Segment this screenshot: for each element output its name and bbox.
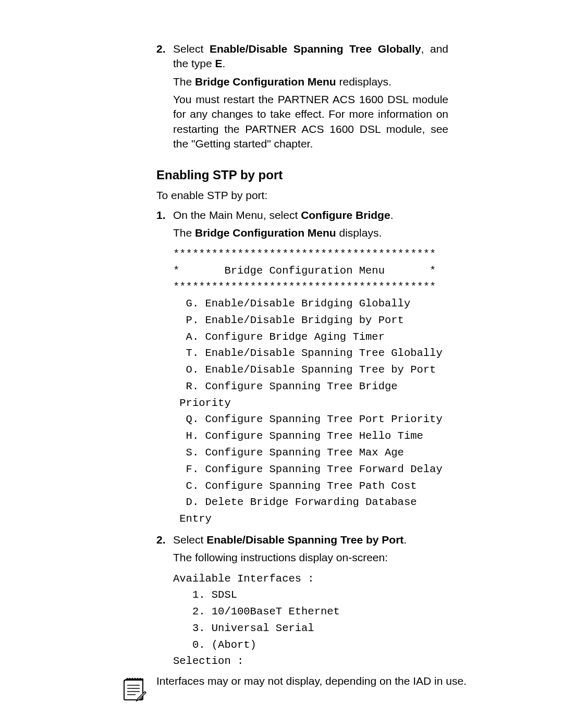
- svg-point-1: [127, 678, 128, 679]
- note-text: Interfaces may or may not display, depen…: [156, 675, 500, 687]
- step-body: Select Enable/Disable Spanning Tree Glob…: [173, 42, 448, 71]
- section-heading: Enabling STP by port: [156, 167, 448, 183]
- terminal-menu: ****************************************…: [173, 246, 448, 527]
- text: .: [223, 57, 226, 69]
- bold-text: Bridge Configuration Menu: [195, 227, 336, 239]
- bold-text: E: [215, 57, 223, 69]
- intro-text: To enable STP by port:: [156, 188, 448, 203]
- text: Select: [173, 534, 206, 546]
- notepad-icon: [120, 675, 151, 706]
- bold-text: Enable/Disable Spanning Tree by Port: [206, 534, 403, 546]
- bold-text: Configure Bridge: [301, 209, 390, 221]
- text: .: [390, 209, 394, 221]
- document-page: 2. Select Enable/Disable Spanning Tree G…: [0, 0, 563, 728]
- svg-point-2: [129, 678, 130, 679]
- step-number: 1.: [156, 208, 173, 223]
- text: On the Main Menu, select: [173, 209, 301, 221]
- svg-point-6: [140, 678, 141, 679]
- step-2b: 2. Select Enable/Disable Spanning Tree b…: [156, 533, 448, 547]
- main-content: 2. Select Enable/Disable Spanning Tree G…: [156, 42, 448, 670]
- bold-text: Bridge Configuration Menu: [195, 76, 336, 88]
- paragraph: The following instructions display on-sc…: [173, 550, 448, 565]
- note-row: Interfaces may or may not display, depen…: [63, 675, 500, 706]
- text: .: [403, 534, 407, 546]
- paragraph: You must restart the PARTNER ACS 1600 DS…: [173, 92, 448, 151]
- svg-point-4: [134, 678, 136, 679]
- bold-text: Enable/Disable Spanning Tree Globally: [210, 43, 421, 55]
- paragraph: The Bridge Configuration Menu redisplays…: [173, 75, 448, 89]
- text: displays.: [336, 227, 382, 239]
- step-body: On the Main Menu, select Configure Bridg…: [173, 208, 448, 223]
- step-number: 2.: [156, 533, 173, 547]
- step-number: 2.: [156, 42, 173, 71]
- text: redisplays.: [336, 76, 391, 88]
- step-2a: 2. Select Enable/Disable Spanning Tree G…: [156, 42, 448, 71]
- step-1b: 1. On the Main Menu, select Configure Br…: [156, 208, 448, 223]
- step-body: Select Enable/Disable Spanning Tree by P…: [173, 533, 448, 547]
- terminal-interfaces: Available Interfaces : 1. SDSL 2. 10/100…: [173, 571, 448, 670]
- paragraph: The Bridge Configuration Menu displays.: [173, 226, 448, 240]
- text: Select: [173, 43, 210, 55]
- text: The: [173, 76, 195, 88]
- svg-point-5: [137, 678, 138, 679]
- text: The: [173, 227, 195, 239]
- svg-point-3: [132, 678, 133, 679]
